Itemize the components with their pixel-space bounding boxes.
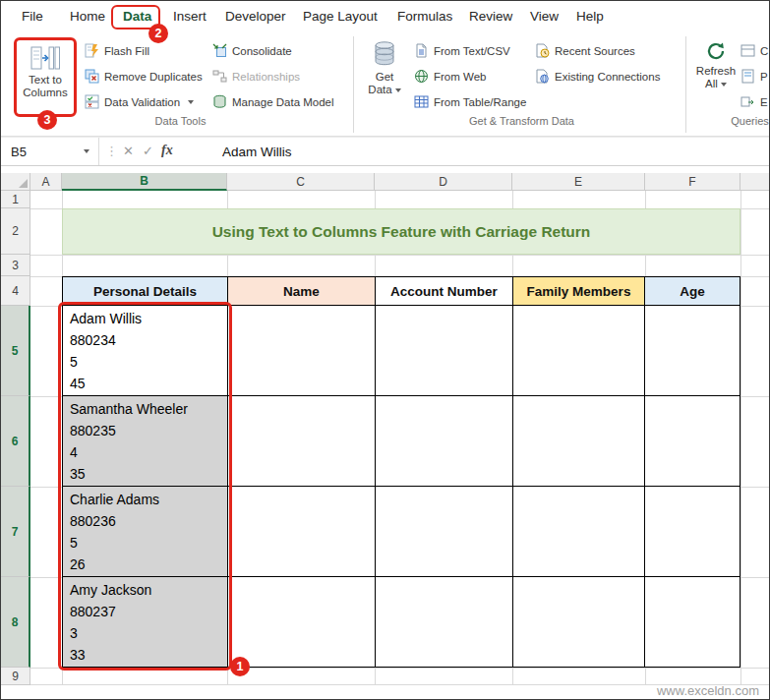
edit-links-button[interactable]: E (740, 93, 768, 110)
sheet-title-banner[interactable]: Using Text to Columns Feature with Carri… (62, 208, 740, 255)
column-header-a[interactable]: A (30, 173, 62, 191)
consolidate-icon (212, 43, 227, 58)
recent-sources-icon (535, 43, 550, 58)
row-header-1[interactable]: 1 (1, 191, 30, 208)
table-header-account-number[interactable]: Account Number (376, 277, 513, 306)
row-header-5[interactable]: 5 (1, 306, 30, 396)
formula-input[interactable]: Adam Willis (222, 138, 292, 165)
column-header-e[interactable]: E (512, 173, 645, 191)
chevron-down-icon (395, 88, 401, 92)
data-validation-button[interactable]: Data Validation (85, 93, 194, 110)
cell-f7[interactable] (645, 487, 740, 577)
column-header-b[interactable]: B (62, 173, 227, 191)
flash-fill-icon (85, 43, 99, 58)
menu-tab-formulas[interactable]: Formulas (397, 9, 452, 24)
row-header-3[interactable]: 3 (1, 255, 30, 276)
flash-fill-button[interactable]: Flash Fill (85, 42, 149, 59)
consolidate-button[interactable]: Consolidate (212, 42, 292, 59)
cell-e6[interactable] (513, 396, 645, 487)
properties-button[interactable]: P (740, 68, 768, 85)
get-data-label-line2: Data (368, 84, 391, 95)
cell-f6[interactable] (645, 396, 740, 487)
cell-e7[interactable] (513, 487, 645, 577)
cell-d8[interactable] (376, 577, 513, 667)
from-text-csv-icon (414, 43, 429, 58)
relationships-button[interactable]: Relationships (212, 68, 300, 85)
name-box-chevron-icon[interactable] (84, 149, 89, 153)
enter-icon[interactable]: ✓ (143, 144, 153, 158)
refresh-all-label-line2: All (705, 78, 718, 89)
cell-c7[interactable] (228, 487, 376, 577)
menu-tab-view[interactable]: View (530, 9, 559, 24)
annotation-box-selected-range (58, 302, 232, 671)
spreadsheet-grid: A B C D E F 1 2 3 4 5 6 7 8 9 Using Text… (1, 173, 770, 685)
insert-function-icon[interactable]: fx (161, 143, 173, 158)
name-box[interactable]: B5 (1, 138, 99, 165)
row-header-8[interactable]: 8 (1, 577, 30, 668)
column-header-f[interactable]: F (645, 173, 740, 191)
menu-tab-insert[interactable]: Insert (173, 9, 207, 24)
menu-tab-review[interactable]: Review (469, 9, 512, 24)
from-web-button[interactable]: From Web (414, 68, 486, 85)
get-data-label-line1: Get (376, 71, 394, 84)
cell-d7[interactable] (376, 487, 513, 577)
menu-tab-developer[interactable]: Developer (225, 9, 286, 24)
cell-c5[interactable] (228, 306, 376, 396)
connections-icon (740, 43, 755, 58)
menu-tab-home[interactable]: Home (70, 9, 105, 24)
from-web-icon (414, 69, 429, 84)
existing-connections-icon (535, 69, 550, 84)
table-header-name[interactable]: Name (228, 277, 376, 306)
text-to-columns-button[interactable]: Text to Columns (20, 45, 71, 99)
column-header-c[interactable]: C (227, 173, 375, 191)
from-table-range-label: From Table/Range (434, 96, 526, 108)
gridline (30, 255, 770, 256)
properties-icon (740, 69, 755, 84)
from-text-csv-button[interactable]: From Text/CSV (414, 42, 510, 59)
cancel-icon[interactable]: ✕ (123, 144, 134, 158)
connections-button[interactable]: C (740, 42, 768, 59)
gridline (740, 191, 741, 685)
cell-d6[interactable] (376, 396, 513, 487)
from-table-range-button[interactable]: From Table/Range (414, 93, 526, 110)
refresh-all-button[interactable]: Refresh All (689, 40, 742, 90)
excel-window: File Home Data Insert Developer Page Lay… (0, 0, 770, 700)
watermark: www.exceldn.com (657, 683, 759, 698)
connections-label: C (760, 45, 768, 57)
row-header-4[interactable]: 4 (1, 276, 30, 306)
flash-fill-label: Flash Fill (104, 45, 149, 57)
group-separator (353, 36, 354, 133)
row-header-7[interactable]: 7 (1, 487, 30, 577)
manage-data-model-button[interactable]: Manage Data Model (212, 93, 334, 110)
relationships-label: Relationships (232, 71, 300, 83)
column-header-partial[interactable] (740, 173, 770, 191)
get-data-icon (373, 40, 396, 68)
formula-bar-handle[interactable]: ⋮ (105, 144, 118, 158)
menu-tab-file[interactable]: File (22, 9, 43, 24)
recent-sources-button[interactable]: Recent Sources (535, 42, 635, 59)
column-header-d[interactable]: D (375, 173, 512, 191)
table-header-family-members[interactable]: Family Members (513, 277, 645, 306)
cell-f5[interactable] (645, 306, 740, 396)
remove-duplicates-label: Remove Duplicates (104, 71, 203, 83)
row-header-6[interactable]: 6 (1, 396, 30, 487)
cell-c6[interactable] (228, 396, 376, 487)
cell-f8[interactable] (645, 577, 740, 667)
menu-tab-page-layout[interactable]: Page Layout (303, 9, 378, 24)
cell-d5[interactable] (376, 306, 513, 396)
row-header-2[interactable]: 2 (1, 208, 30, 255)
recent-sources-label: Recent Sources (555, 45, 635, 57)
table-header-age[interactable]: Age (645, 277, 740, 306)
cell-e8[interactable] (513, 577, 645, 667)
cell-e5[interactable] (513, 306, 645, 396)
get-data-button[interactable]: Get Data (361, 40, 408, 96)
menu-tab-help[interactable]: Help (576, 9, 604, 24)
data-validation-label: Data Validation (104, 96, 180, 108)
get-transform-group-label: Get & Transform Data (361, 115, 682, 127)
existing-connections-button[interactable]: Existing Connections (535, 68, 660, 85)
cell-c8[interactable] (228, 577, 376, 667)
remove-duplicates-button[interactable]: Remove Duplicates (85, 68, 203, 85)
select-all-corner[interactable] (1, 173, 30, 191)
name-box-value: B5 (11, 145, 27, 159)
row-header-9[interactable]: 9 (1, 668, 30, 685)
